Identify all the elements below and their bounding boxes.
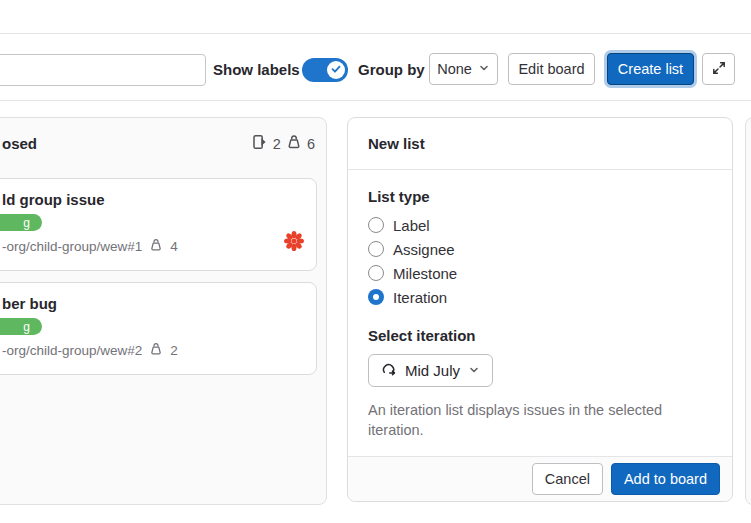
radio-icon[interactable]	[368, 265, 384, 281]
weight-total: 6	[307, 136, 315, 152]
create-list-button[interactable]: Create list	[607, 53, 694, 85]
column-counts: 2 6	[252, 134, 315, 153]
panel-body: List type Label Assignee Milestone Itera…	[348, 170, 732, 441]
edit-board-button[interactable]: Edit board	[508, 53, 595, 85]
check-icon	[330, 61, 342, 79]
issue-label-badge[interactable]: g	[0, 318, 42, 335]
panel-footer: Cancel Add to board	[348, 456, 732, 501]
show-labels-label: Show labels	[213, 62, 300, 78]
expand-icon	[711, 60, 727, 79]
issue-reference: -org/child-group/wew#1	[2, 239, 142, 254]
radio-option-text: Milestone	[393, 265, 457, 282]
issue-weight: 4	[170, 239, 178, 254]
issue-meta-row: -org/child-group/wew#2 2	[2, 342, 178, 359]
chevron-down-icon	[478, 61, 490, 77]
group-by-value: None	[437, 61, 472, 77]
radio-option-text: Label	[393, 217, 430, 234]
group-by-label: Group by	[358, 62, 425, 78]
weight-icon	[286, 134, 302, 153]
panel-title: New list	[348, 118, 732, 170]
issues-icon	[252, 134, 268, 153]
radio-option-label[interactable]: Label	[368, 217, 712, 233]
assignee-avatar[interactable]	[282, 229, 306, 253]
issue-title[interactable]: ber bug	[2, 295, 57, 312]
issue-meta-row: -org/child-group/wew#1 4	[2, 238, 178, 255]
select-iteration-label: Select iteration	[368, 327, 712, 344]
show-labels-toggle[interactable]	[302, 58, 348, 82]
radio-option-iteration[interactable]: Iteration	[368, 289, 712, 305]
issue-card[interactable]: ld group issue g -org/child-group/wew#1 …	[0, 178, 317, 271]
radio-icon[interactable]	[368, 241, 384, 257]
issue-count: 2	[273, 136, 281, 152]
column-title: osed	[2, 135, 37, 152]
radio-option-milestone[interactable]: Milestone	[368, 265, 712, 281]
chevron-down-icon	[468, 362, 480, 379]
issue-title[interactable]: ld group issue	[2, 191, 105, 208]
radio-icon[interactable]	[368, 217, 384, 233]
issue-reference: -org/child-group/wew#2	[2, 343, 142, 358]
issue-card[interactable]: ber bug g -org/child-group/wew#2 2	[0, 282, 317, 375]
issue-label-badge[interactable]: g	[0, 214, 42, 231]
radio-selected-icon[interactable]	[368, 289, 384, 305]
iteration-help-text: An iteration list displays issues in the…	[368, 400, 713, 441]
toolbar-divider	[0, 100, 751, 101]
radio-option-text: Iteration	[393, 289, 447, 306]
next-column-edge	[745, 117, 751, 505]
group-by-dropdown[interactable]: None	[429, 53, 498, 85]
weight-icon	[149, 342, 163, 359]
cancel-button[interactable]: Cancel	[532, 463, 603, 495]
column-header: osed 2 6	[2, 134, 315, 153]
iteration-dropdown[interactable]: Mid July	[368, 354, 493, 387]
toggle-knob	[327, 61, 345, 79]
iteration-icon	[381, 361, 397, 380]
iteration-value: Mid July	[405, 362, 460, 379]
radio-option-text: Assignee	[393, 241, 455, 258]
radio-option-assignee[interactable]: Assignee	[368, 241, 712, 257]
new-list-panel: New list List type Label Assignee Milest…	[347, 117, 733, 502]
board-search-input[interactable]	[0, 54, 206, 86]
issue-weight: 2	[170, 343, 178, 358]
top-divider	[0, 33, 751, 34]
board-column-closed: osed 2 6 ld group issue g -org/child-gro…	[0, 117, 327, 505]
issue-board-app: Show labels Group by None Edit board Cre…	[0, 0, 751, 523]
list-type-label: List type	[368, 188, 712, 205]
expand-board-button[interactable]	[702, 53, 735, 85]
weight-icon	[149, 238, 163, 255]
add-to-board-button[interactable]: Add to board	[611, 463, 720, 495]
